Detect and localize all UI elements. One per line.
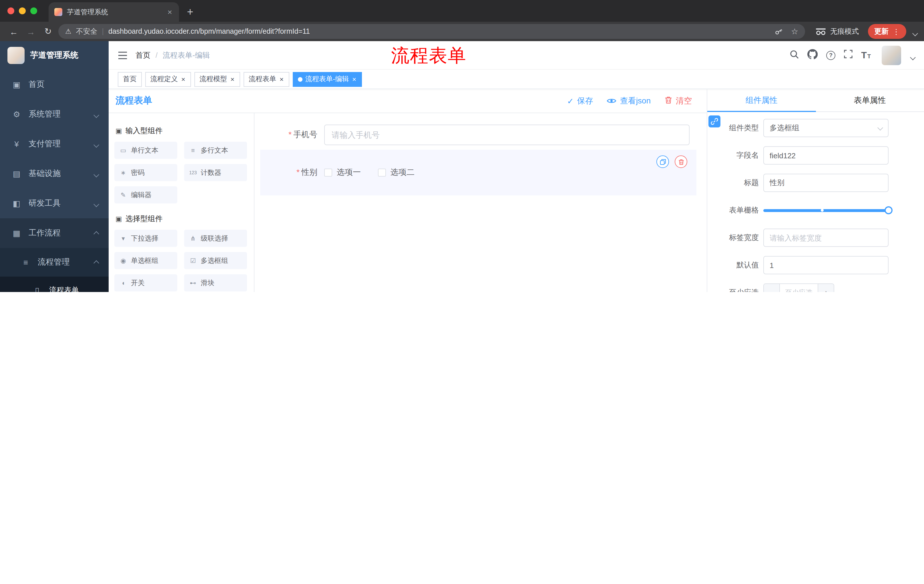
browser-tabstrip: 芋道管理系统 × + (0, 0, 924, 22)
palette-group-title: ▣ 选择型组件 (116, 214, 248, 224)
breadcrumb-home[interactable]: 首页 (135, 50, 150, 60)
tag-close-icon[interactable]: × (230, 76, 235, 82)
list-icon: ≡ (21, 258, 31, 267)
component-group-icon: ▣ (116, 127, 122, 135)
sidebar-item-home[interactable]: ▣ 首页 (0, 70, 109, 99)
browser-toolbar: ← → ↻ ⚠ 不安全 | dashboard.yudao.iocoder.cn… (0, 22, 924, 41)
tag-close-icon[interactable]: × (181, 76, 186, 82)
breadcrumb: 首页 / 流程表单-编辑 (135, 50, 210, 60)
field-name-label: 字段名 (707, 150, 759, 161)
grid-slider[interactable] (763, 201, 889, 219)
component-type-select[interactable]: 多选框组 (763, 119, 889, 137)
palette-item-counter[interactable]: 123 计数器 (184, 164, 247, 181)
key-icon[interactable] (774, 27, 783, 36)
slider-handle[interactable] (884, 206, 893, 214)
phone-field[interactable]: *手机号 (260, 125, 696, 145)
tab-component-props[interactable]: 组件属性 (707, 89, 816, 112)
reload-button[interactable]: ↻ (41, 26, 55, 36)
hamburger-icon[interactable] (118, 51, 127, 59)
sidebar-item-payment[interactable]: ¥ 支付管理 (0, 129, 109, 159)
gender-field-selected[interactable]: *性别 选项一 选项二 (260, 150, 696, 196)
checkbox-icon[interactable] (324, 169, 332, 176)
tag-process-model[interactable]: 流程模型 × (195, 72, 240, 87)
url-bar[interactable]: ⚠ 不安全 | dashboard.yudao.iocoder.cn/bpm/m… (58, 24, 805, 39)
tab-form-props[interactable]: 表单属性 (816, 89, 924, 112)
sidebar-item-infra[interactable]: ▤ 基础设施 (0, 159, 109, 189)
tab-close-icon[interactable]: × (167, 7, 173, 16)
palette-item-textarea[interactable]: ≡ 多行文本 (184, 142, 247, 159)
gender-option-1-checkbox[interactable]: 选项一 (324, 168, 361, 178)
tag-close-icon[interactable]: × (279, 76, 284, 82)
back-button[interactable]: ← (7, 26, 21, 36)
field-name-input[interactable] (763, 146, 889, 165)
security-warning-icon: ⚠ (65, 28, 71, 35)
pencil-icon: ✎ (119, 191, 127, 199)
chevron-down-icon[interactable] (913, 28, 917, 38)
app-title: 芋道管理系统 (30, 50, 78, 61)
window-minimize-button[interactable] (19, 7, 26, 14)
tag-process-form-edit[interactable]: 流程表单-编辑 × (293, 72, 362, 87)
search-icon[interactable] (790, 49, 799, 61)
palette-item-switch[interactable]: ◖ 开关 (114, 274, 177, 291)
font-size-icon[interactable]: TT (861, 51, 871, 60)
new-tab-button[interactable]: + (187, 6, 193, 18)
sidebar-item-system[interactable]: ⚙ 系统管理 (0, 99, 109, 129)
min-select-stepper[interactable]: − 至少应选 + (763, 283, 834, 292)
gender-option-2-checkbox[interactable]: 选项二 (378, 168, 414, 178)
form-canvas[interactable]: *手机号 (254, 113, 707, 292)
slider-track (763, 209, 889, 212)
delete-component-button[interactable] (675, 155, 687, 168)
avatar[interactable] (882, 45, 901, 65)
clear-button[interactable]: 清空 (664, 96, 692, 106)
view-json-button[interactable]: 查看json (607, 96, 651, 106)
chevron-down-icon (94, 110, 98, 119)
label-width-label: 标签宽度 (707, 233, 759, 243)
forward-button[interactable]: → (24, 26, 38, 36)
chevron-down-icon (911, 51, 915, 61)
palette-item-single-text[interactable]: ▭ 单行文本 (114, 142, 177, 159)
palette-item-checkbox-group[interactable]: ☑ 多选框组 (184, 252, 247, 269)
github-icon[interactable] (807, 49, 818, 61)
tag-process-definition[interactable]: 流程定义 × (145, 72, 191, 87)
sidebar-item-process-form[interactable]: ▯ 流程表单 (0, 276, 109, 292)
update-button[interactable]: 更新 ⋮ (868, 24, 906, 39)
palette-item-select[interactable]: ▾ 下拉选择 (114, 230, 177, 247)
sidebar-item-process-mgmt[interactable]: ≡ 流程管理 (0, 248, 109, 276)
increase-button[interactable]: + (818, 284, 834, 292)
yen-icon: ¥ (12, 140, 22, 148)
decrease-button[interactable]: − (764, 284, 780, 292)
palette-item-radio-group[interactable]: ◉ 单选框组 (114, 252, 177, 269)
default-value-input[interactable] (763, 256, 889, 274)
active-tag-dot (298, 77, 302, 81)
browser-menu-icon[interactable]: ⋮ (893, 27, 900, 36)
palette-item-slider[interactable]: ⊷ 滑块 (184, 274, 247, 291)
window-close-button[interactable] (7, 7, 14, 14)
tag-close-icon[interactable]: × (351, 76, 357, 82)
title-input[interactable] (763, 174, 889, 192)
textarea-icon: ≡ (189, 147, 197, 154)
sidebar-item-workflow[interactable]: ▦ 工作流程 (0, 218, 109, 248)
tag-home[interactable]: 首页 (118, 72, 142, 87)
link-icon[interactable] (708, 115, 721, 127)
bookmark-star-icon[interactable]: ☆ (791, 27, 798, 36)
phone-input[interactable] (324, 125, 690, 145)
label-width-input[interactable] (763, 229, 889, 247)
fullscreen-icon[interactable] (844, 50, 853, 61)
window-zoom-button[interactable] (30, 7, 37, 14)
save-button[interactable]: ✓ 保存 (567, 96, 593, 106)
checkbox-icon: ☑ (189, 257, 197, 264)
min-select-value[interactable]: 至少应选 (780, 284, 818, 292)
sidebar-item-devtools[interactable]: ◧ 研发工具 (0, 189, 109, 218)
palette-item-cascader[interactable]: ⋔ 级联选择 (184, 230, 247, 247)
palette-item-editor[interactable]: ✎ 编辑器 (114, 186, 177, 204)
lock-icon: ∗ (119, 169, 127, 176)
browser-tab[interactable]: 芋道管理系统 × (49, 2, 179, 22)
tag-process-form[interactable]: 流程表单 × (244, 72, 289, 87)
document-icon: ▯ (32, 286, 42, 292)
navbar: 首页 / 流程表单-编辑 流程表单 ? (109, 41, 924, 70)
help-icon[interactable]: ? (826, 51, 835, 60)
checkbox-icon[interactable] (378, 169, 386, 176)
copy-component-button[interactable] (657, 155, 669, 168)
palette-group-title: ▣ 输入型组件 (116, 126, 248, 136)
palette-item-password[interactable]: ∗ 密码 (114, 164, 177, 181)
